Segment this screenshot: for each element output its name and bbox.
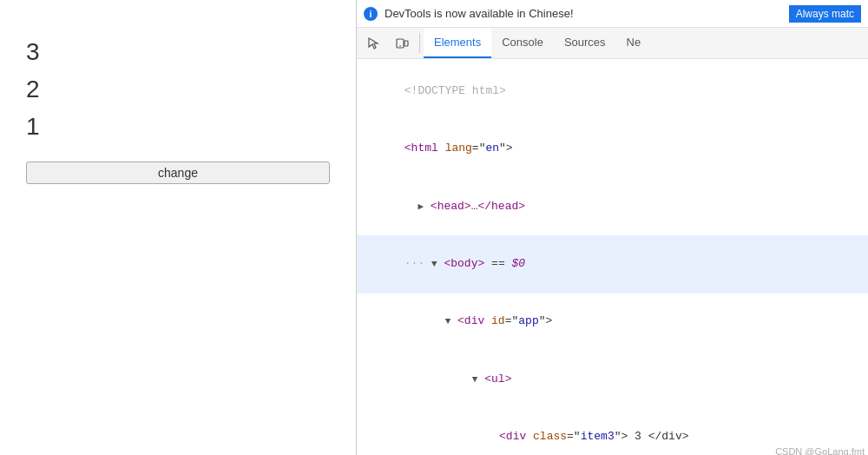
change-button[interactable]: change: [26, 162, 330, 184]
info-bar: i DevTools is now available in Chinese! …: [357, 0, 868, 28]
devtools-panel: i DevTools is now available in Chinese! …: [356, 0, 868, 455]
info-text: DevTools is now available in Chinese!: [385, 7, 782, 20]
tab-console[interactable]: Console: [491, 28, 554, 58]
tab-elements[interactable]: Elements: [424, 28, 491, 58]
tabs-bar: Elements Console Sources Ne: [357, 28, 868, 59]
dom-tree: <!DOCTYPE html> <html lang="en"> ▶ <head…: [357, 59, 868, 455]
info-icon: i: [364, 7, 378, 21]
dom-line-ul: ▼ <ul>: [357, 351, 868, 408]
dom-line-body[interactable]: ··· ▼ <body> == $0: [357, 235, 868, 293]
tab-sources[interactable]: Sources: [554, 28, 616, 58]
list-item-2: 2: [26, 72, 40, 106]
dom-line-html: <html lang="en">: [357, 120, 868, 177]
dom-line-doctype: <!DOCTYPE html>: [357, 63, 868, 120]
list-item-3: 3: [26, 35, 40, 69]
webpage-preview: 3 2 1 change: [0, 0, 356, 455]
device-icon[interactable]: [388, 28, 416, 58]
tab-network[interactable]: Ne: [616, 28, 652, 58]
list-item-1: 1: [26, 109, 40, 143]
dom-line-head: ▶ <head>…</head>: [357, 178, 868, 235]
dom-line-div-app: ▼ <div id="app">: [357, 293, 868, 351]
inspect-icon[interactable]: [360, 28, 388, 58]
tab-separator: [419, 33, 420, 53]
list-items: 3 2 1: [26, 35, 330, 144]
watermark: CSDN @GoLang.fmt: [775, 446, 865, 455]
always-match-button[interactable]: Always matc: [789, 5, 861, 23]
svg-rect-1: [404, 41, 408, 46]
